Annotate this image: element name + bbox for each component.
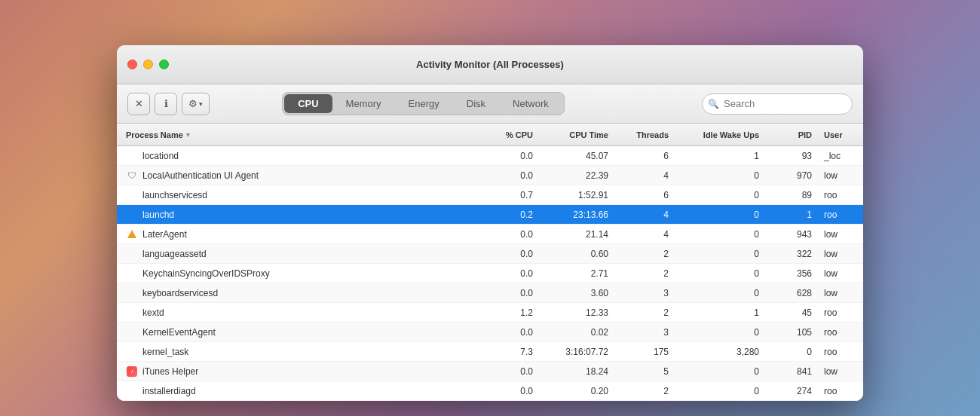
table-row[interactable]: launchservicesd 0.7 1:52.91 6 0 89 roo (117, 185, 863, 205)
process-icon (126, 326, 138, 338)
cell-pid: 93 (765, 151, 818, 161)
col-header-user[interactable]: User (818, 130, 863, 139)
cell-cpu: 0.0 (471, 170, 539, 181)
table-row[interactable]: languageassetd 0.0 0.60 2 0 322 low (117, 244, 863, 264)
process-name-text: launchservicesd (142, 190, 207, 200)
window-title: Activity Monitor (All Processes) (416, 59, 564, 70)
cell-process-name: kernel_task (117, 346, 471, 358)
process-name-text: languageassetd (142, 249, 207, 259)
cell-pid: 45 (765, 307, 818, 318)
process-icon (126, 346, 138, 358)
cell-cpu-time: 0.60 (539, 249, 614, 259)
minimize-button[interactable] (143, 60, 153, 69)
process-name-text: keyboardservicesd (142, 288, 218, 298)
cell-threads: 2 (614, 307, 675, 318)
cell-idle-wake: 0 (675, 288, 765, 298)
cell-threads: 175 (614, 347, 675, 357)
cell-process-name: kextd (117, 307, 471, 319)
app-icon (126, 150, 138, 162)
process-name-text: iTunes Helper (142, 366, 198, 377)
cell-idle-wake: 0 (675, 366, 765, 377)
cell-pid: 970 (765, 170, 818, 181)
tab-energy[interactable]: Energy (395, 94, 453, 113)
triangle-icon (126, 228, 138, 240)
process-icon (126, 209, 138, 221)
close-process-button[interactable]: ✕ (127, 93, 150, 115)
table-row[interactable]: KeychainSyncingOverIDSProxy 0.0 2.71 2 0… (117, 264, 863, 283)
cell-cpu-time: 3:16:07.72 (539, 347, 614, 357)
process-name-text: kextd (142, 307, 164, 318)
process-name-text: locationd (142, 151, 179, 161)
close-button[interactable] (127, 60, 137, 69)
music-icon: ♪ (127, 366, 137, 377)
app-icon (126, 189, 138, 201)
cell-threads: 3 (614, 327, 675, 338)
cell-pid: 105 (765, 327, 818, 338)
tab-memory[interactable]: Memory (332, 94, 395, 113)
col-header-idle-wake[interactable]: Idle Wake Ups (675, 130, 765, 139)
col-header-threads[interactable]: Threads (614, 130, 675, 139)
cell-user: low (818, 170, 863, 181)
table-row[interactable]: keyboardservicesd 0.0 3.60 3 0 628 low (117, 283, 863, 303)
toolbar: ✕ ℹ ⚙ ▾ CPU Memory Energy Disk Network 🔍 (117, 84, 863, 124)
cell-cpu-time: 22.39 (539, 170, 614, 181)
table-row[interactable]: installerdiagd 0.0 0.20 2 0 274 roo (117, 381, 863, 401)
cell-idle-wake: 0 (675, 268, 765, 279)
cell-user: roo (818, 347, 863, 357)
cell-user: roo (818, 190, 863, 200)
chevron-down-icon: ▾ (199, 100, 203, 108)
table-row[interactable]: kernel_task 7.3 3:16:07.72 175 3,280 0 r… (117, 342, 863, 362)
tab-cpu[interactable]: CPU (284, 94, 332, 113)
process-name-text: launchd (142, 210, 174, 220)
table-row[interactable]: LaterAgent 0.0 21.14 4 0 943 low (117, 225, 863, 244)
cell-user: low (818, 249, 863, 259)
cell-process-name: languageassetd (117, 248, 471, 260)
cell-cpu: 1.2 (471, 307, 539, 318)
cell-cpu: 7.3 (471, 347, 539, 357)
table-row[interactable]: KernelEventAgent 0.0 0.02 3 0 105 roo (117, 323, 863, 342)
table-header: Process Name ▾ % CPU CPU Time Threads Id… (117, 124, 863, 146)
search-input[interactable] (702, 93, 853, 115)
col-header-process[interactable]: Process Name ▾ (117, 130, 471, 139)
cell-cpu-time: 21.14 (539, 229, 614, 240)
tab-disk[interactable]: Disk (453, 94, 499, 113)
table-row[interactable]: launchd 0.2 23:13.66 4 0 1 roo (117, 205, 863, 225)
cell-threads: 2 (614, 249, 675, 259)
col-header-cpu[interactable]: % CPU (471, 130, 539, 139)
col-header-cpu-time[interactable]: CPU Time (539, 130, 614, 139)
app-icon (126, 268, 138, 280)
cell-user: _loc (818, 151, 863, 161)
cell-idle-wake: 1 (675, 151, 765, 161)
cell-pid: 322 (765, 249, 818, 259)
table-row[interactable]: 🛡 LocalAuthentication UI Agent 0.0 22.39… (117, 166, 863, 185)
tab-network[interactable]: Network (499, 94, 562, 113)
search-box: 🔍 (702, 93, 853, 115)
table-row[interactable]: locationd 0.0 45.07 6 1 93 _loc (117, 146, 863, 166)
search-icon: 🔍 (708, 99, 719, 109)
cell-user: low (818, 288, 863, 298)
cell-cpu-time: 2.71 (539, 268, 614, 279)
cell-cpu: 0.0 (471, 151, 539, 161)
cell-cpu: 0.0 (471, 327, 539, 338)
process-icon (126, 228, 138, 240)
process-icon: 🛡 (126, 170, 138, 182)
settings-button[interactable]: ⚙ ▾ (182, 93, 210, 115)
cell-process-name: launchd (117, 209, 471, 221)
process-name-text: LocalAuthentication UI Agent (142, 170, 259, 181)
cell-process-name: launchservicesd (117, 189, 471, 201)
activity-monitor-window: Activity Monitor (All Processes) ✕ ℹ ⚙ ▾… (117, 45, 863, 401)
toolbar-left-buttons: ✕ ℹ ⚙ ▾ (127, 93, 210, 115)
cell-user: roo (818, 307, 863, 318)
process-icon (126, 248, 138, 260)
cell-pid: 1 (765, 210, 818, 220)
col-header-pid[interactable]: PID (765, 130, 818, 139)
info-button[interactable]: ℹ (155, 93, 177, 115)
table-row[interactable]: ♪ iTunes Helper 0.0 18.24 5 0 841 low (117, 362, 863, 381)
cell-cpu: 0.2 (471, 210, 539, 220)
cell-threads: 4 (614, 229, 675, 240)
cell-pid: 943 (765, 229, 818, 240)
table-row[interactable]: kextd 1.2 12.33 2 1 45 roo (117, 303, 863, 323)
cell-cpu-time: 12.33 (539, 307, 614, 318)
maximize-button[interactable] (159, 60, 169, 69)
cell-cpu: 0.0 (471, 366, 539, 377)
